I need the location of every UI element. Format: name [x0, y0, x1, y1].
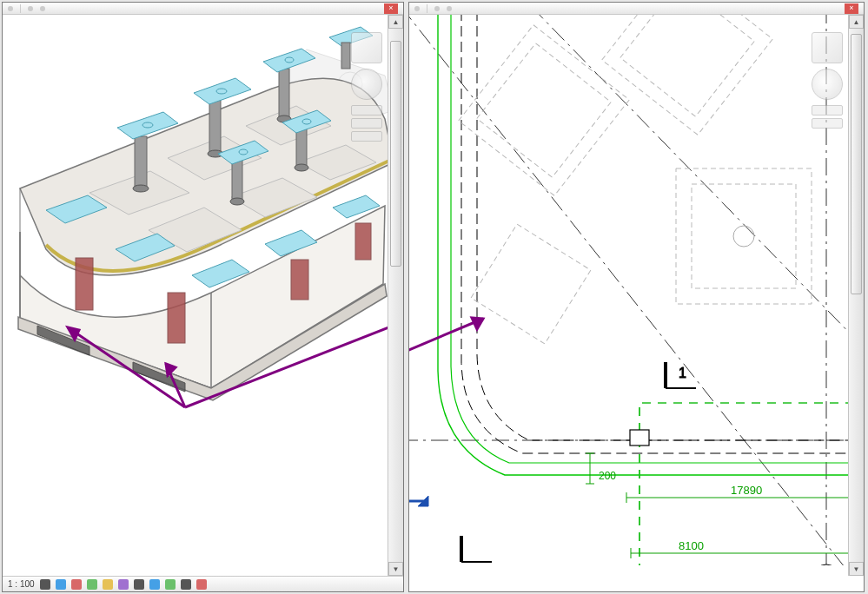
- scroll-up-button[interactable]: ▲: [849, 15, 864, 29]
- svg-rect-35: [76, 258, 93, 310]
- svg-rect-54: [692, 184, 796, 288]
- svg-point-66: [813, 564, 839, 565]
- scroll-up-button[interactable]: ▲: [388, 15, 403, 29]
- icon[interactable]: [196, 579, 207, 590]
- svg-rect-50: [477, 43, 611, 177]
- svg-rect-24: [296, 128, 307, 168]
- tab-indicator: [447, 6, 452, 11]
- svg-rect-12: [209, 100, 221, 154]
- svg-rect-55: [676, 168, 812, 304]
- svg-point-25: [295, 164, 308, 171]
- tab-indicator: [434, 6, 440, 11]
- canvas-plan[interactable]: 1: [409, 15, 864, 565]
- viewport-plan[interactable]: ×: [408, 2, 865, 592]
- tab-indicator: [40, 6, 45, 11]
- separator: [20, 4, 21, 13]
- dim-8100-text: 8100: [679, 539, 704, 552]
- vertical-scrollbar[interactable]: ▲ ▼: [388, 15, 403, 576]
- svg-rect-51: [459, 25, 630, 196]
- reveal-icon[interactable]: [118, 579, 129, 590]
- icon[interactable]: [149, 579, 160, 590]
- crop-icon[interactable]: [87, 579, 97, 590]
- svg-rect-52: [620, 15, 754, 116]
- vertical-scrollbar[interactable]: ▲ ▼: [848, 15, 864, 576]
- view-tab-bar-left: ×: [3, 3, 403, 15]
- dim-17890-text: 17890: [731, 484, 762, 497]
- section-tail: [461, 536, 492, 562]
- svg-rect-29: [341, 43, 350, 69]
- icon[interactable]: [134, 579, 144, 590]
- section-head-1: 1: [666, 362, 696, 388]
- plan-svg: 1: [409, 15, 852, 565]
- viewport-3d[interactable]: ×: [2, 2, 404, 592]
- view-cube-icon[interactable]: [351, 32, 382, 63]
- svg-rect-38: [355, 223, 371, 260]
- annotation-arrow-end: [409, 318, 483, 353]
- plan-drawing: 1: [409, 15, 852, 565]
- nav-button[interactable]: [351, 105, 382, 116]
- scale-label[interactable]: 1 : 100: [8, 579, 35, 589]
- elevation-marker: [409, 496, 428, 506]
- nav-button[interactable]: [812, 118, 843, 129]
- model-graphics-icon[interactable]: [40, 579, 50, 590]
- view-cube-icon[interactable]: [812, 32, 843, 63]
- view-tab-bar-right: ×: [409, 3, 864, 15]
- nav-button[interactable]: [351, 131, 382, 142]
- view-controls-3d[interactable]: [351, 32, 384, 171]
- tab-indicator: [28, 6, 33, 11]
- footings-plan: [459, 15, 812, 344]
- tab-indicator: [8, 6, 13, 11]
- scroll-down-button[interactable]: ▼: [849, 562, 864, 576]
- dimensions: [586, 453, 852, 558]
- svg-rect-58: [630, 430, 649, 446]
- icon[interactable]: [165, 579, 176, 590]
- icon[interactable]: [181, 579, 191, 590]
- svg-marker-75: [472, 318, 483, 329]
- svg-line-47: [531, 15, 852, 345]
- svg-rect-16: [279, 69, 289, 119]
- grid-bubble-2: [813, 564, 839, 565]
- nav-button[interactable]: [351, 118, 382, 129]
- svg-line-74: [409, 319, 483, 353]
- sun-icon[interactable]: [103, 579, 113, 590]
- separator: [427, 4, 427, 13]
- shadows-icon[interactable]: [56, 579, 66, 590]
- dim-200-text: 200: [599, 470, 616, 482]
- view-controls-plan[interactable]: [812, 32, 845, 171]
- tab-indicator: [414, 6, 420, 11]
- iso-model: [3, 15, 402, 562]
- svg-rect-8: [135, 136, 147, 188]
- svg-rect-20: [232, 158, 242, 201]
- scroll-down-button[interactable]: ▼: [388, 562, 403, 576]
- canvas-3d[interactable]: [3, 15, 403, 565]
- svg-rect-36: [168, 293, 185, 343]
- svg-rect-56: [471, 224, 591, 344]
- close-view-button[interactable]: ×: [845, 3, 858, 14]
- section-label: 1: [679, 366, 686, 380]
- svg-point-57: [733, 226, 754, 247]
- iso-svg: [3, 15, 402, 562]
- svg-point-21: [230, 198, 244, 205]
- render-icon[interactable]: [71, 579, 82, 590]
- scroll-thumb[interactable]: [390, 41, 401, 267]
- svg-rect-37: [291, 260, 308, 300]
- svg-point-9: [133, 185, 149, 192]
- view-status-bar-left: 1 : 100: [3, 576, 403, 591]
- steering-wheel-icon[interactable]: [812, 69, 843, 100]
- nav-button[interactable]: [812, 105, 843, 116]
- close-view-button[interactable]: ×: [384, 3, 398, 14]
- steering-wheel-icon[interactable]: [351, 69, 382, 100]
- svg-rect-53: [602, 15, 773, 135]
- scroll-thumb[interactable]: [851, 34, 862, 294]
